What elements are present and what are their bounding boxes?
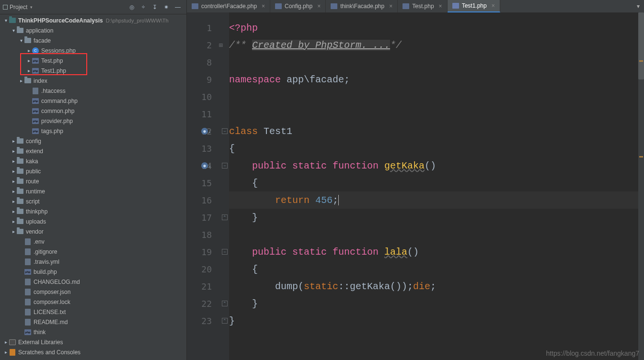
tree-label: build.php [34, 269, 57, 275]
locate-icon[interactable]: ◎ [128, 3, 136, 11]
tree-label: command.php [41, 98, 78, 104]
tree-composerjson[interactable]: composer.json [0, 287, 186, 297]
tree-route[interactable]: route [0, 176, 186, 186]
tree-uploads[interactable]: uploads [0, 216, 186, 226]
line-number: 19 [201, 247, 212, 257]
tree-env[interactable]: .env [0, 236, 186, 247]
tree-script[interactable]: script [0, 196, 186, 206]
tree-provider[interactable]: php provider.php [0, 116, 186, 126]
tree-facade[interactable]: facade [0, 35, 186, 45]
tree-external-libraries[interactable]: External Libraries [0, 337, 186, 347]
code-token: } [252, 212, 258, 223]
tabs-overflow-icon[interactable]: ▾ [632, 0, 644, 12]
close-icon[interactable]: × [389, 3, 392, 10]
php-file-icon [275, 3, 282, 9]
code-token: namespace [229, 74, 281, 85]
line-number: 10 [201, 92, 212, 102]
tree-composerlock[interactable]: composer.lock [0, 297, 186, 307]
tree-think[interactable]: php think [0, 327, 186, 337]
tree-runtime[interactable]: runtime [0, 186, 186, 196]
project-toolwindow-title[interactable]: Project ▾ [3, 4, 33, 11]
editor-scrollbar[interactable] [638, 12, 644, 360]
tree-config[interactable]: config [0, 136, 186, 146]
tree-license[interactable]: LICENSE.txt [0, 307, 186, 317]
warning-marker[interactable] [639, 60, 643, 62]
tree-command[interactable]: php command.php [0, 96, 186, 106]
code-token: { [252, 178, 258, 189]
tree-label: Test1.php [41, 68, 66, 74]
tree-root[interactable]: ThinkPHPSourceCodeAnalysis D:\phpstudy_p… [0, 15, 186, 25]
line-number: 23 [201, 316, 212, 326]
code-token: ()); [390, 281, 413, 292]
tree-label: .htaccess [41, 88, 66, 94]
tab-controller-facade[interactable]: controller\Facade.php × [187, 0, 270, 12]
code-token: die [413, 281, 430, 292]
tree-tags[interactable]: php tags.php [0, 126, 186, 136]
tree-label: thinkphp [26, 208, 47, 215]
close-icon[interactable]: × [492, 2, 495, 9]
code-token: app\facade [281, 74, 344, 85]
divider-icon[interactable]: ÷ [139, 3, 147, 11]
implements-icon[interactable]: ● [201, 128, 208, 135]
project-header-label: Project [10, 4, 27, 11]
tree-label: .travis.yml [34, 259, 59, 265]
close-icon[interactable]: × [317, 3, 321, 10]
code-token [310, 195, 315, 206]
implements-icon[interactable]: ● [201, 162, 208, 169]
line-number: 15 [201, 178, 212, 188]
tree-extend[interactable]: extend [0, 146, 186, 156]
code-token: function [327, 247, 379, 258]
code-token: { [229, 143, 235, 154]
tree-test[interactable]: php Test.php [0, 56, 186, 66]
tree-label: runtime [26, 188, 45, 195]
collapse-all-icon[interactable]: ↧ [151, 3, 159, 11]
tree-thinkphp[interactable]: thinkphp [0, 206, 186, 216]
tree-label: tags.php [41, 128, 63, 135]
tree-index[interactable]: index [0, 76, 186, 86]
tab-test1[interactable]: Test1.php × [448, 0, 500, 12]
code-editor[interactable]: 1 2⊞ 8 9 10 11 ●⇣12 13 ●⇣14 15 16 17 18 … [187, 12, 644, 360]
fold-end-icon[interactable]: ⌃ [222, 318, 228, 324]
tree-vendor[interactable]: vendor [0, 226, 186, 236]
close-icon[interactable]: × [439, 3, 442, 10]
tab-test[interactable]: Test.php × [398, 0, 447, 12]
fold-icon[interactable]: − [222, 249, 228, 255]
fold-icon[interactable]: − [222, 163, 228, 169]
code-token: public [252, 247, 287, 258]
code-area[interactable]: <?php /** Created by PhpStorm. ...*/ nam… [229, 12, 644, 360]
line-number: 9 [207, 75, 212, 85]
gear-icon[interactable]: ✷ [162, 3, 170, 11]
tab-label: Test.php [412, 3, 434, 10]
tab-config[interactable]: Config.php × [270, 0, 326, 12]
tree-label: CHANGELOG.md [34, 279, 80, 285]
tree-sessions[interactable]: C Sessions.php [0, 45, 186, 56]
tree-label: .gitignore [34, 248, 57, 255]
tree-label: provider.php [41, 118, 73, 124]
code-token: () [407, 247, 419, 258]
tree-changelog[interactable]: CHANGELOG.md [0, 277, 186, 287]
code-token: ; [333, 195, 338, 206]
tree-build[interactable]: php build.php [0, 267, 186, 277]
fold-end-icon[interactable]: ⌃ [222, 214, 228, 220]
tree-readme[interactable]: README.md [0, 317, 186, 327]
tab-think-facade[interactable]: think\Facade.php × [326, 0, 398, 12]
warning-marker[interactable] [639, 156, 643, 158]
fold-end-icon[interactable]: ⌃ [222, 301, 228, 306]
close-icon[interactable]: × [262, 3, 265, 10]
tree-travis[interactable]: .travis.yml [0, 257, 186, 267]
fold-icon[interactable]: − [222, 128, 228, 134]
tree-gitignore[interactable]: .gitignore [0, 247, 186, 257]
tree-application[interactable]: application [0, 25, 186, 35]
line-number: 20 [201, 264, 212, 274]
tree-kaka[interactable]: kaka [0, 156, 186, 166]
minimize-icon[interactable]: — [174, 3, 182, 11]
tree-public[interactable]: public [0, 166, 186, 176]
tree-common[interactable]: php common.php [0, 106, 186, 116]
tree-test1[interactable]: php Test1.php [0, 66, 186, 76]
tab-label: think\Facade.php [340, 3, 384, 10]
tab-label: Test1.php [462, 2, 487, 9]
tree-scratches[interactable]: Scratches and Consoles [0, 347, 186, 357]
scroll-thumb[interactable] [638, 12, 644, 79]
tree-htaccess[interactable]: .htaccess [0, 86, 186, 96]
code-token: function [327, 160, 379, 171]
